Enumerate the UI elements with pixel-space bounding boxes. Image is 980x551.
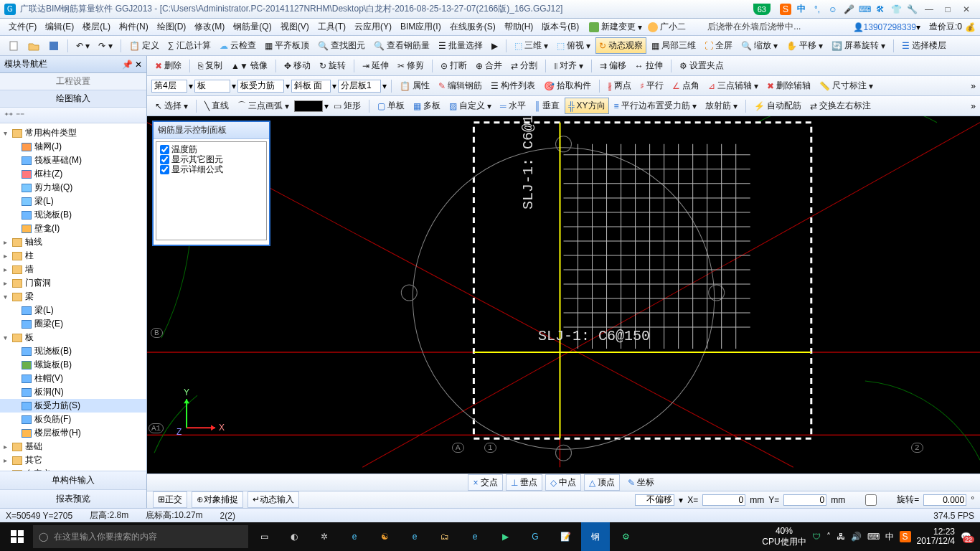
cb-show-formula[interactable]: 显示详细公式 <box>160 164 263 174</box>
offset-combo[interactable] <box>635 494 674 506</box>
tree-ringbeam[interactable]: 圈梁(E) <box>34 318 63 330</box>
app-ie[interactable]: e <box>340 522 369 551</box>
menu-cloud[interactable]: 云应用(Y) <box>350 19 396 35</box>
tree-wall-group[interactable]: 墙 <box>25 263 34 276</box>
tree-neg-rebar[interactable]: 板负筋(F) <box>34 413 71 425</box>
parallel-button[interactable]: ♯平行 <box>636 77 667 94</box>
offset-button[interactable]: ⇉偏移 <box>596 57 630 74</box>
delete-aux-button[interactable]: ✖删除辅轴 <box>763 77 814 94</box>
horiz-button[interactable]: ═水平 <box>496 98 529 114</box>
app-sec[interactable]: ☯ <box>370 522 399 551</box>
point-angle-button[interactable]: ∠点角 <box>669 77 703 94</box>
find-elem-button[interactable]: 🔍查找图元 <box>314 37 369 54</box>
comp-list-button[interactable]: ☰构件列表 <box>487 77 539 94</box>
x-input[interactable] <box>702 494 745 506</box>
menu-edit[interactable]: 编辑(E) <box>41 19 78 35</box>
multi-slab-button[interactable]: ▦多板 <box>410 98 444 114</box>
checkbox-icon[interactable] <box>160 165 169 174</box>
taskview-button[interactable]: ▭ <box>250 522 278 551</box>
select-floor-button[interactable]: ☰选择楼层 <box>898 37 950 54</box>
attr-button[interactable]: 📋属性 <box>396 77 433 94</box>
overflow-button[interactable]: » <box>971 81 976 91</box>
minimize-button[interactable]: — <box>920 4 938 14</box>
tree-hole[interactable]: 板洞(N) <box>34 386 64 398</box>
rebar-display-panel[interactable]: 钢筋显示控制面板 温度筋 显示其它图元 显示详细公式 <box>152 121 270 246</box>
tab-single-input[interactable]: 单构件输入 <box>0 471 146 489</box>
tree-slab[interactable]: 现浇板(B) <box>34 209 72 221</box>
zoom-button[interactable]: 🔍缩放 ▾ <box>738 37 781 54</box>
xy-button[interactable]: ╬XY方向 <box>565 98 609 114</box>
open-button[interactable] <box>24 38 43 54</box>
tool-icon[interactable]: 🛠 <box>875 4 886 15</box>
fullscreen-button[interactable]: ⛶全屏 <box>701 37 736 54</box>
tree-beam-group[interactable]: 梁 <box>25 291 34 303</box>
menu-bim[interactable]: BIM应用(I) <box>396 19 446 35</box>
snap-vertex[interactable]: △顶点 <box>584 474 620 491</box>
tree-raft[interactable]: 筏板基础(M) <box>34 154 82 166</box>
tray-up-icon[interactable]: ˄ <box>826 532 831 542</box>
tab-project-setup[interactable]: 工程设置 <box>0 73 146 90</box>
dynamic-view-button[interactable]: ↻动态观察 <box>595 37 646 54</box>
split-button[interactable]: ⇄分割 <box>507 57 541 74</box>
start-button[interactable] <box>3 522 32 551</box>
color-picker[interactable] <box>294 100 323 112</box>
menu-online[interactable]: 在线服务(S) <box>446 19 500 35</box>
tree-slab-b[interactable]: 现浇板(B) <box>34 345 72 357</box>
category-combo[interactable] <box>194 80 230 93</box>
mirror-button[interactable]: ▲▼镜像 <box>227 57 271 74</box>
tree-slab-group[interactable]: 板 <box>25 331 34 344</box>
app-browser[interactable]: ◐ <box>280 522 308 551</box>
pin-icon[interactable]: 📌 ✕ <box>122 60 142 70</box>
menu-floor[interactable]: 楼层(L) <box>78 19 115 35</box>
subcat-combo[interactable] <box>237 80 284 93</box>
menu-tool[interactable]: 工具(T) <box>314 19 350 35</box>
two-point-button[interactable]: ∦两点 <box>604 77 635 94</box>
app-ggj[interactable]: 钢 <box>581 522 610 551</box>
expand-icon[interactable]: ⁺⁺ <box>4 110 13 121</box>
tray-kb-icon[interactable]: ⌨ <box>867 532 880 542</box>
menu-draw[interactable]: 绘图(D) <box>153 19 191 35</box>
menu-ver[interactable]: 版本号(B) <box>537 19 583 35</box>
align-button[interactable]: ⫴对齐 ▾ <box>550 57 587 74</box>
rotate-screen-button[interactable]: 🔄屏幕旋转 ▾ <box>828 37 889 54</box>
tray-net-icon[interactable]: 🖧 <box>837 532 845 542</box>
tree-spiral[interactable]: 螺旋板(B) <box>34 359 72 371</box>
menu-comp[interactable]: 构件(N) <box>115 19 153 35</box>
wrench-icon[interactable]: 🔧 <box>906 4 918 15</box>
ime-punct-icon[interactable]: °, <box>811 4 823 15</box>
emoji-icon[interactable]: ☺ <box>827 4 839 15</box>
tab-draw-input[interactable]: 绘图输入 <box>0 90 146 108</box>
batch-select-button[interactable]: ☰批量选择 <box>435 37 486 54</box>
action-center-icon[interactable]: 💬22 <box>961 532 971 542</box>
snap-coord[interactable]: ✎坐标 <box>623 474 659 491</box>
component-tree[interactable]: ▾常用构件类型 轴网(J) 筏板基础(M) 框柱(Z) 剪力墙(Q) 梁(L) … <box>0 123 146 471</box>
rot-input[interactable] <box>923 494 966 506</box>
phone-number[interactable]: 13907298339 <box>864 22 916 32</box>
cb-temperature[interactable]: 温度筋 <box>160 144 263 154</box>
incline-combo[interactable] <box>291 80 331 93</box>
merge-button[interactable]: ⊕合并 <box>472 57 506 74</box>
checkbox-icon[interactable] <box>160 145 169 154</box>
move-button[interactable]: ✥移动 <box>281 57 314 74</box>
partial-3d-button[interactable]: ▦局部三维 <box>648 37 699 54</box>
tree-grid[interactable]: 轴网(J) <box>34 141 62 153</box>
app-notes[interactable]: 📝 <box>551 522 580 551</box>
menu-modify[interactable]: 修改(M) <box>190 19 229 35</box>
taskbar-search[interactable]: ◯在这里输入你要搜索的内容 <box>33 525 248 548</box>
person-icon[interactable]: 👕 <box>890 4 902 15</box>
tree-wall[interactable]: 剪力墙(Q) <box>34 182 72 194</box>
tree-col[interactable]: 框柱(Z) <box>34 168 62 180</box>
mic-icon[interactable]: 🎤 <box>843 4 854 15</box>
rect-button[interactable]: ▭矩形 <box>330 98 364 114</box>
define-button[interactable]: 📋定义 <box>126 37 163 54</box>
select-button[interactable]: ↖选择 ▾ <box>151 98 192 114</box>
sum-button[interactable]: ∑ 汇总计算 <box>164 37 215 54</box>
tray-sogou-icon[interactable]: S <box>900 531 911 542</box>
pan-button[interactable]: ✋平移 ▾ <box>783 37 826 54</box>
flat-top-button[interactable]: ▦平齐板顶 <box>261 37 313 54</box>
y-input[interactable] <box>783 494 826 506</box>
vert-button[interactable]: ║垂直 <box>531 98 564 114</box>
custom-button[interactable]: ▨自定义 ▾ <box>446 98 495 114</box>
app-fan[interactable]: ✲ <box>310 522 339 551</box>
ime-cn[interactable]: 中 <box>796 4 807 15</box>
